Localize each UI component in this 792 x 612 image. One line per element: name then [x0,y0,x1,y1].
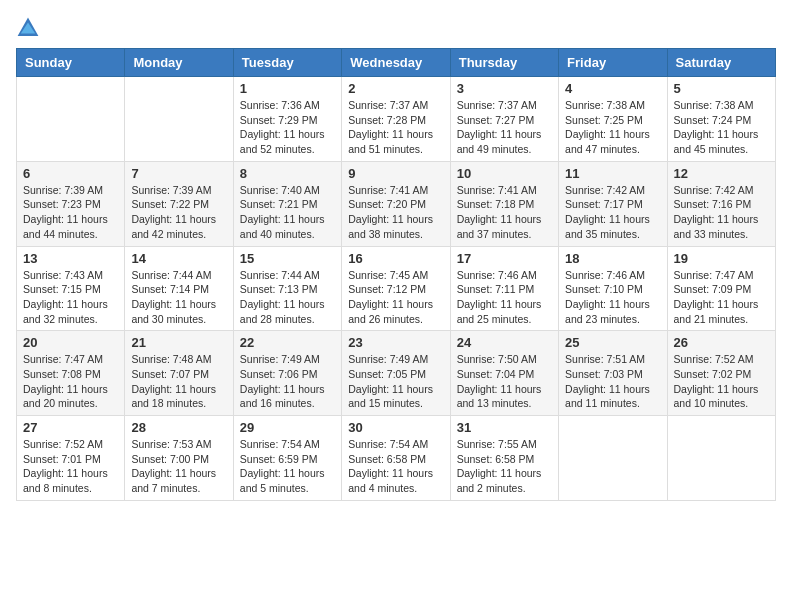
sunset: Sunset: 7:12 PM [348,283,426,295]
daylight: Daylight: 11 hours and 38 minutes. [348,213,433,240]
sunrise: Sunrise: 7:51 AM [565,353,645,365]
calendar-cell: 29 Sunrise: 7:54 AM Sunset: 6:59 PM Dayl… [233,416,341,501]
calendar-cell [17,77,125,162]
sunrise: Sunrise: 7:42 AM [565,184,645,196]
sunrise: Sunrise: 7:46 AM [457,269,537,281]
daylight: Daylight: 11 hours and 35 minutes. [565,213,650,240]
daylight: Daylight: 11 hours and 32 minutes. [23,298,108,325]
day-info: Sunrise: 7:47 AM Sunset: 7:09 PM Dayligh… [674,268,769,327]
day-number: 30 [348,420,443,435]
sunset: Sunset: 7:21 PM [240,198,318,210]
day-number: 11 [565,166,660,181]
calendar-cell: 8 Sunrise: 7:40 AM Sunset: 7:21 PM Dayli… [233,161,341,246]
calendar-cell: 10 Sunrise: 7:41 AM Sunset: 7:18 PM Dayl… [450,161,558,246]
calendar-cell: 27 Sunrise: 7:52 AM Sunset: 7:01 PM Dayl… [17,416,125,501]
sunset: Sunset: 7:24 PM [674,114,752,126]
day-info: Sunrise: 7:53 AM Sunset: 7:00 PM Dayligh… [131,437,226,496]
daylight: Daylight: 11 hours and 45 minutes. [674,128,759,155]
sunset: Sunset: 7:25 PM [565,114,643,126]
daylight: Daylight: 11 hours and 11 minutes. [565,383,650,410]
daylight: Daylight: 11 hours and 44 minutes. [23,213,108,240]
day-info: Sunrise: 7:42 AM Sunset: 7:17 PM Dayligh… [565,183,660,242]
daylight: Daylight: 11 hours and 47 minutes. [565,128,650,155]
weekday-header-sunday: Sunday [17,49,125,77]
day-info: Sunrise: 7:51 AM Sunset: 7:03 PM Dayligh… [565,352,660,411]
sunset: Sunset: 7:01 PM [23,453,101,465]
calendar-cell: 21 Sunrise: 7:48 AM Sunset: 7:07 PM Dayl… [125,331,233,416]
sunrise: Sunrise: 7:48 AM [131,353,211,365]
day-info: Sunrise: 7:52 AM Sunset: 7:02 PM Dayligh… [674,352,769,411]
calendar-cell: 19 Sunrise: 7:47 AM Sunset: 7:09 PM Dayl… [667,246,775,331]
daylight: Daylight: 11 hours and 13 minutes. [457,383,542,410]
sunrise: Sunrise: 7:41 AM [457,184,537,196]
sunrise: Sunrise: 7:44 AM [131,269,211,281]
daylight: Daylight: 11 hours and 15 minutes. [348,383,433,410]
sunrise: Sunrise: 7:55 AM [457,438,537,450]
day-number: 15 [240,251,335,266]
sunset: Sunset: 7:11 PM [457,283,535,295]
calendar-cell: 31 Sunrise: 7:55 AM Sunset: 6:58 PM Dayl… [450,416,558,501]
calendar-cell: 20 Sunrise: 7:47 AM Sunset: 7:08 PM Dayl… [17,331,125,416]
daylight: Daylight: 11 hours and 4 minutes. [348,467,433,494]
sunrise: Sunrise: 7:36 AM [240,99,320,111]
sunrise: Sunrise: 7:47 AM [674,269,754,281]
calendar-cell: 18 Sunrise: 7:46 AM Sunset: 7:10 PM Dayl… [559,246,667,331]
sunset: Sunset: 7:23 PM [23,198,101,210]
calendar-cell: 4 Sunrise: 7:38 AM Sunset: 7:25 PM Dayli… [559,77,667,162]
sunset: Sunset: 7:22 PM [131,198,209,210]
daylight: Daylight: 11 hours and 33 minutes. [674,213,759,240]
day-info: Sunrise: 7:39 AM Sunset: 7:22 PM Dayligh… [131,183,226,242]
day-number: 19 [674,251,769,266]
calendar-cell: 25 Sunrise: 7:51 AM Sunset: 7:03 PM Dayl… [559,331,667,416]
day-info: Sunrise: 7:40 AM Sunset: 7:21 PM Dayligh… [240,183,335,242]
calendar-cell: 9 Sunrise: 7:41 AM Sunset: 7:20 PM Dayli… [342,161,450,246]
day-number: 3 [457,81,552,96]
calendar-cell [667,416,775,501]
daylight: Daylight: 11 hours and 21 minutes. [674,298,759,325]
day-info: Sunrise: 7:46 AM Sunset: 7:10 PM Dayligh… [565,268,660,327]
calendar-cell: 12 Sunrise: 7:42 AM Sunset: 7:16 PM Dayl… [667,161,775,246]
day-info: Sunrise: 7:37 AM Sunset: 7:27 PM Dayligh… [457,98,552,157]
day-number: 7 [131,166,226,181]
weekday-header-tuesday: Tuesday [233,49,341,77]
day-number: 24 [457,335,552,350]
day-info: Sunrise: 7:44 AM Sunset: 7:13 PM Dayligh… [240,268,335,327]
calendar-cell [559,416,667,501]
calendar-cell: 7 Sunrise: 7:39 AM Sunset: 7:22 PM Dayli… [125,161,233,246]
daylight: Daylight: 11 hours and 10 minutes. [674,383,759,410]
sunrise: Sunrise: 7:37 AM [457,99,537,111]
sunrise: Sunrise: 7:50 AM [457,353,537,365]
sunrise: Sunrise: 7:53 AM [131,438,211,450]
day-number: 17 [457,251,552,266]
day-info: Sunrise: 7:39 AM Sunset: 7:23 PM Dayligh… [23,183,118,242]
daylight: Daylight: 11 hours and 25 minutes. [457,298,542,325]
calendar-cell: 11 Sunrise: 7:42 AM Sunset: 7:17 PM Dayl… [559,161,667,246]
day-number: 13 [23,251,118,266]
day-number: 1 [240,81,335,96]
day-number: 20 [23,335,118,350]
sunrise: Sunrise: 7:46 AM [565,269,645,281]
weekday-header-wednesday: Wednesday [342,49,450,77]
day-number: 8 [240,166,335,181]
calendar-cell: 13 Sunrise: 7:43 AM Sunset: 7:15 PM Dayl… [17,246,125,331]
sunrise: Sunrise: 7:42 AM [674,184,754,196]
day-number: 2 [348,81,443,96]
calendar-cell: 23 Sunrise: 7:49 AM Sunset: 7:05 PM Dayl… [342,331,450,416]
day-info: Sunrise: 7:42 AM Sunset: 7:16 PM Dayligh… [674,183,769,242]
sunrise: Sunrise: 7:49 AM [348,353,428,365]
day-info: Sunrise: 7:44 AM Sunset: 7:14 PM Dayligh… [131,268,226,327]
day-number: 9 [348,166,443,181]
day-number: 18 [565,251,660,266]
daylight: Daylight: 11 hours and 30 minutes. [131,298,216,325]
sunrise: Sunrise: 7:45 AM [348,269,428,281]
sunset: Sunset: 7:09 PM [674,283,752,295]
day-info: Sunrise: 7:38 AM Sunset: 7:25 PM Dayligh… [565,98,660,157]
week-row-3: 13 Sunrise: 7:43 AM Sunset: 7:15 PM Dayl… [17,246,776,331]
day-number: 10 [457,166,552,181]
sunset: Sunset: 7:04 PM [457,368,535,380]
day-info: Sunrise: 7:36 AM Sunset: 7:29 PM Dayligh… [240,98,335,157]
sunset: Sunset: 7:00 PM [131,453,209,465]
sunset: Sunset: 7:05 PM [348,368,426,380]
day-number: 12 [674,166,769,181]
calendar-cell: 24 Sunrise: 7:50 AM Sunset: 7:04 PM Dayl… [450,331,558,416]
